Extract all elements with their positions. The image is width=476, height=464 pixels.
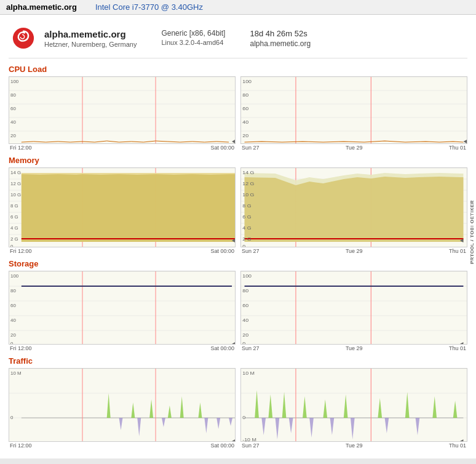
cpu-chart-right: 100 80 60 40 20 Sun 27 Tue 29 Thu 01: [240, 76, 467, 151]
storage-left-xlabels: Fri 12:00 Sat 00:00: [9, 345, 236, 351]
svg-text:80: 80: [242, 287, 248, 293]
cpu-right-xlabels: Sun 27 Tue 29 Thu 01: [240, 144, 467, 151]
host-uptime: 18d 4h 26m 52s: [250, 29, 311, 38]
host-name: alpha.memetic.org: [44, 29, 137, 39]
storage-section-title: Storage: [9, 259, 467, 268]
svg-text:14 G: 14 G: [242, 169, 254, 175]
svg-text:20: 20: [242, 332, 248, 337]
traffic-chart-left-container: 10 M 0: [9, 368, 236, 442]
traffic-right-xlabels: Sun 27 Tue 29 Thu 01: [240, 442, 467, 449]
traffic-chart-left: 10 M 0: [9, 368, 236, 449]
storage-charts-row: 100 80 60 40 20 0 Fri 12:00 Sat 00:00 PR…: [9, 271, 467, 351]
host-info: alpha.memetic.org Hetzner, Nuremberg, Ge…: [44, 29, 465, 48]
svg-text:0: 0: [242, 340, 245, 345]
svg-text:0: 0: [10, 415, 14, 420]
svg-rect-109: [9, 369, 235, 442]
host-location: Hetzner, Nuremberg, Germany: [44, 41, 137, 48]
svg-text:-10 M: -10 M: [242, 436, 256, 442]
svg-text:12 G: 12 G: [10, 181, 21, 186]
memory-chart-right: 14 G 12 G 10 G 8 G 6 G 4 G 2 G 0 Sun 27 …: [240, 167, 467, 254]
cpu-chart-left: 100 80 60 40 20 Fri 12:00 Sat 00:00: [9, 76, 236, 151]
memory-left-xlabels: Fri 12:00 Sat 00:00: [9, 247, 236, 254]
svg-text:60: 60: [10, 106, 16, 111]
topbar-cpu: Intel Core i7-3770 @ 3.40GHz: [95, 2, 203, 12]
svg-text:10 G: 10 G: [242, 191, 254, 197]
svg-text:100: 100: [10, 79, 19, 84]
svg-text:40: 40: [242, 119, 248, 124]
svg-text:100: 100: [10, 273, 19, 279]
svg-rect-1: [9, 77, 235, 144]
cpu-section-title: CPU Load: [9, 65, 467, 74]
memory-chart-right-container: 14 G 12 G 10 G 8 G 6 G 4 G 2 G 0: [240, 167, 467, 247]
svg-text:40: 40: [10, 318, 16, 323]
top-bar: alpha.memetic.org Intel Core i7-3770 @ 3…: [0, 0, 476, 15]
traffic-left-xlabels: Fri 12:00 Sat 00:00: [9, 442, 236, 449]
svg-text:10 G: 10 G: [10, 192, 21, 198]
storage-chart-left-container: 100 80 60 40 20 0: [9, 271, 236, 345]
cpu-left-xlabels: Fri 12:00 Sat 00:00: [9, 144, 236, 151]
cpu-chart-left-container: 100 80 60 40 20: [9, 76, 236, 144]
main-content: alpha.memetic.org Hetzner, Nuremberg, Ge…: [0, 15, 476, 458]
svg-text:4 G: 4 G: [242, 225, 251, 230]
traffic-right-side-label: PRTOOL / TOBI OETIKER: [466, 0, 476, 458]
svg-text:100: 100: [242, 273, 252, 278]
svg-text:8 G: 8 G: [10, 203, 18, 209]
svg-text:14 G: 14 G: [10, 170, 21, 175]
svg-rect-132: [241, 369, 467, 442]
svg-text:12 G: 12 G: [242, 180, 254, 186]
svg-text:100: 100: [242, 78, 252, 84]
svg-text:10 M: 10 M: [10, 370, 22, 376]
memory-chart-left: 14 G 12 G 10 G 8 G 6 G 4 G 2 G 0 Fri 12:…: [9, 167, 236, 254]
svg-text:0: 0: [242, 243, 245, 247]
svg-text:10 M: 10 M: [242, 370, 255, 375]
svg-marker-43: [22, 174, 235, 242]
svg-text:0: 0: [10, 341, 14, 345]
storage-chart-right: 100 80 60 40 20 0 Sun 27 Tue 29 Thu 01: [240, 271, 467, 351]
storage-right-xlabels: Sun 27 Tue 29 Thu 01: [240, 345, 467, 351]
svg-text:60: 60: [10, 303, 16, 308]
storage-chart-left: 100 80 60 40 20 0 Fri 12:00 Sat 00:00: [9, 271, 236, 351]
host-os: Linux 3.2.0-4-amd64: [161, 39, 225, 46]
svg-text:2 G: 2 G: [242, 236, 251, 241]
traffic-charts-row: 10 M 0: [9, 368, 467, 449]
svg-text:6 G: 6 G: [10, 214, 18, 220]
svg-text:4 G: 4 G: [10, 225, 18, 231]
cpu-charts-row: 100 80 60 40 20 Fri 12:00 Sat 00:00 PRTO…: [9, 76, 467, 151]
svg-rect-92: [241, 271, 467, 345]
svg-text:8 G: 8 G: [242, 202, 251, 208]
svg-marker-65: [245, 177, 464, 242]
svg-text:0: 0: [242, 414, 245, 420]
topbar-hostname: alpha.memetic.org: [6, 2, 77, 12]
svg-text:20: 20: [10, 332, 16, 338]
host-header: alpha.memetic.org Hetzner, Nuremberg, Ge…: [9, 21, 467, 58]
svg-text:40: 40: [10, 119, 16, 125]
svg-rect-16: [241, 77, 467, 144]
cpu-chart-right-container: 100 80 60 40 20: [240, 76, 467, 144]
storage-chart-right-container: 100 80 60 40 20 0: [240, 271, 467, 345]
traffic-chart-right: 10 M 0 -10 M: [240, 368, 467, 449]
svg-text:20: 20: [10, 133, 16, 138]
svg-text:80: 80: [10, 92, 16, 98]
debian-logo: [11, 26, 36, 50]
svg-rect-75: [9, 271, 235, 345]
svg-text:80: 80: [242, 92, 248, 97]
svg-text:0: 0: [10, 244, 14, 247]
svg-text:80: 80: [10, 288, 16, 294]
memory-charts-row: 14 G 12 G 10 G 8 G 6 G 4 G 2 G 0 Fri 12:…: [9, 167, 467, 254]
svg-text:60: 60: [242, 105, 248, 111]
memory-right-xlabels: Sun 27 Tue 29 Thu 01: [240, 247, 467, 254]
memory-section-title: Memory: [9, 156, 467, 165]
svg-text:20: 20: [242, 132, 248, 138]
svg-text:2 G: 2 G: [10, 236, 18, 242]
svg-text:40: 40: [242, 317, 248, 322]
svg-text:60: 60: [242, 302, 248, 308]
traffic-chart-right-container: 10 M 0 -10 M: [240, 368, 467, 442]
host-fqdn: alpha.memetic.org: [250, 39, 311, 48]
traffic-section-title: Traffic: [9, 356, 467, 366]
memory-chart-left-container: 14 G 12 G 10 G 8 G 6 G 4 G 2 G 0: [9, 167, 236, 247]
svg-text:6 G: 6 G: [242, 214, 251, 219]
host-generic: Generic [x86, 64bit]: [161, 29, 225, 38]
